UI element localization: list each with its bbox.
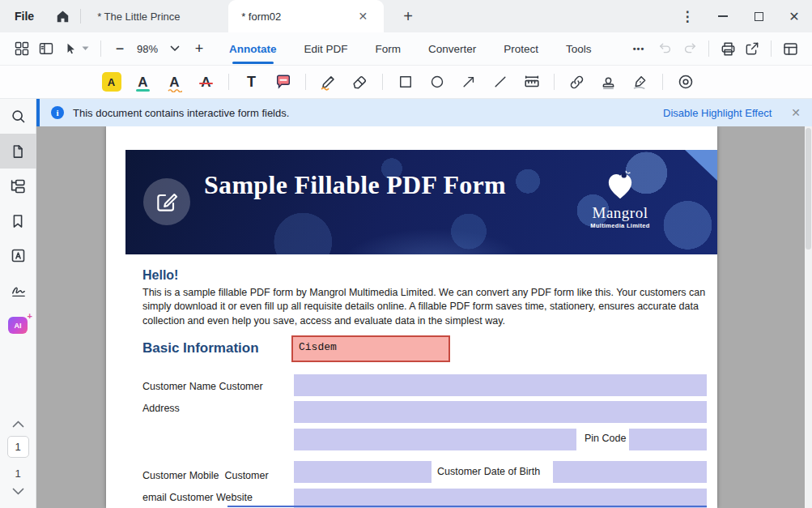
- close-window-button[interactable]: ✕: [776, 0, 812, 32]
- print-button[interactable]: [716, 36, 740, 61]
- sidebar-item-signatures[interactable]: [0, 273, 36, 308]
- tab-protect[interactable]: Protect: [502, 38, 540, 60]
- greeting-heading: Hello!: [142, 268, 178, 283]
- toolbar-divider: [100, 41, 101, 57]
- document-tab-form02[interactable]: * form02 ✕: [228, 0, 384, 32]
- measure-tool-button[interactable]: [518, 69, 545, 96]
- outline-tree-icon: [9, 177, 27, 195]
- pencil-tool-button[interactable]: [315, 69, 342, 96]
- show-hide-annotations-button[interactable]: [672, 69, 699, 96]
- label-email-website: email Customer Website: [142, 492, 253, 503]
- strikethrough-tool-button[interactable]: A: [193, 69, 219, 96]
- stamp-tool-button[interactable]: [595, 69, 622, 96]
- more-tabs-button[interactable]: •••: [624, 36, 653, 61]
- toolbar-right-cluster: •••: [624, 36, 802, 61]
- tools-divider: [305, 74, 306, 90]
- next-page-button[interactable]: [12, 488, 24, 495]
- tools-divider: [554, 74, 555, 90]
- tab-edit-pdf[interactable]: Edit PDF: [303, 38, 350, 60]
- previous-page-button[interactable]: [12, 420, 24, 428]
- arrow-tool-button[interactable]: [455, 69, 482, 96]
- current-page-input[interactable]: [7, 436, 29, 458]
- logo-bird-icon: [603, 169, 637, 200]
- document-tab-little-prince[interactable]: * The Little Prince: [84, 0, 228, 32]
- sidebar-item-thumbnails[interactable]: [0, 134, 36, 169]
- highlight-tool-button[interactable]: A: [98, 69, 125, 96]
- banner-corner-fold: [685, 150, 717, 181]
- window-controls: ⋮ ✕: [670, 0, 812, 32]
- bookmark-icon: [10, 213, 26, 229]
- window-menu-button[interactable]: ⋮: [670, 0, 705, 32]
- undo-button[interactable]: [653, 36, 678, 61]
- label-pin-code: Pin Code: [585, 433, 626, 444]
- add-text-tool-button[interactable]: T: [238, 69, 265, 96]
- signature-tool-button[interactable]: [627, 69, 653, 96]
- tab-annotate[interactable]: Annotate: [227, 38, 278, 60]
- sidebar-item-ai[interactable]: AI: [0, 308, 36, 343]
- titlebar-divider: [80, 9, 81, 23]
- app-grid-button[interactable]: [10, 36, 34, 61]
- infobar-close-icon[interactable]: ✕: [791, 106, 801, 119]
- form-field-address-line2[interactable]: [294, 429, 576, 450]
- field-focus-rule: [227, 506, 707, 507]
- tab-tools[interactable]: Tools: [564, 38, 593, 60]
- file-menu[interactable]: File: [0, 10, 48, 23]
- main-panel: i This document contains interactive for…: [36, 99, 812, 508]
- close-tab-icon[interactable]: ✕: [355, 9, 371, 23]
- banner-edit-badge: [143, 178, 190, 225]
- tab-converter[interactable]: Converter: [427, 38, 478, 60]
- panel-toggle-button[interactable]: [34, 36, 58, 61]
- stamp-icon: [600, 74, 617, 91]
- ai-icon: AI: [8, 317, 28, 334]
- scrollbar-thumb[interactable]: [806, 128, 811, 250]
- document-viewer[interactable]: Sample Fillable PDF Form Mangrol Multime…: [36, 126, 812, 508]
- pdf-title: Sample Fillable PDF Form: [204, 170, 528, 199]
- new-tab-button[interactable]: +: [398, 7, 418, 26]
- squiggly-underline-tool-button[interactable]: A: [161, 69, 188, 96]
- tools-divider: [228, 74, 229, 90]
- select-tool-button[interactable]: [58, 36, 94, 61]
- rectangle-tool-button[interactable]: [392, 69, 419, 96]
- minimize-button[interactable]: [705, 0, 741, 32]
- vertical-scrollbar[interactable]: [805, 126, 812, 508]
- titlebar: File * The Little Prince * form02 ✕ + ⋮ …: [0, 0, 812, 32]
- line-tool-button[interactable]: [487, 69, 513, 96]
- redo-button[interactable]: [678, 36, 702, 61]
- underline-icon: A: [138, 75, 147, 89]
- maximize-button[interactable]: [741, 0, 776, 32]
- disable-highlight-link[interactable]: Disable Highlight Effect: [663, 107, 772, 119]
- home-button[interactable]: [48, 0, 77, 32]
- eye-icon: [677, 73, 695, 91]
- tab-form[interactable]: Form: [374, 38, 403, 60]
- line-icon: [492, 74, 508, 90]
- form-field-customer-name[interactable]: [294, 374, 707, 396]
- ellipse-tool-button[interactable]: [423, 69, 450, 96]
- zoom-out-button[interactable]: −: [108, 36, 132, 61]
- underline-tool-button[interactable]: A: [130, 69, 156, 96]
- share-export-button[interactable]: [740, 36, 764, 61]
- zoom-in-button[interactable]: +: [187, 36, 211, 61]
- eraser-tool-button[interactable]: [346, 69, 373, 96]
- label-address: Address: [142, 403, 180, 414]
- sidebar-item-annotations[interactable]: [0, 238, 36, 273]
- company-logo: Mangrol Multimedia Limited: [568, 169, 673, 229]
- link-tool-button[interactable]: [563, 69, 590, 96]
- rectangle-icon: [397, 74, 414, 90]
- sidebar-item-outline[interactable]: [0, 169, 36, 203]
- comment-tool-button[interactable]: [270, 69, 296, 96]
- zoom-preset-button[interactable]: [163, 36, 187, 61]
- annotate-tools-row: A A A A T: [0, 66, 812, 99]
- form-field-address-line1[interactable]: [294, 401, 707, 423]
- sidebar-item-bookmarks[interactable]: [0, 203, 36, 238]
- tab-label: * form02: [241, 11, 281, 23]
- label-customer-mobile: Customer Mobile Customer: [142, 470, 269, 481]
- form-field-customer-mobile[interactable]: [294, 461, 432, 483]
- reading-layout-icon: [782, 41, 799, 58]
- tab-label: * The Little Prince: [97, 11, 180, 23]
- sidebar-item-search[interactable]: [0, 99, 36, 134]
- link-icon: [568, 74, 585, 91]
- form-field-date-of-birth[interactable]: [553, 461, 707, 483]
- form-field-pin-code[interactable]: [629, 429, 707, 450]
- filled-form-field[interactable]: Cisdem: [291, 335, 450, 362]
- layout-view-button[interactable]: [778, 36, 802, 61]
